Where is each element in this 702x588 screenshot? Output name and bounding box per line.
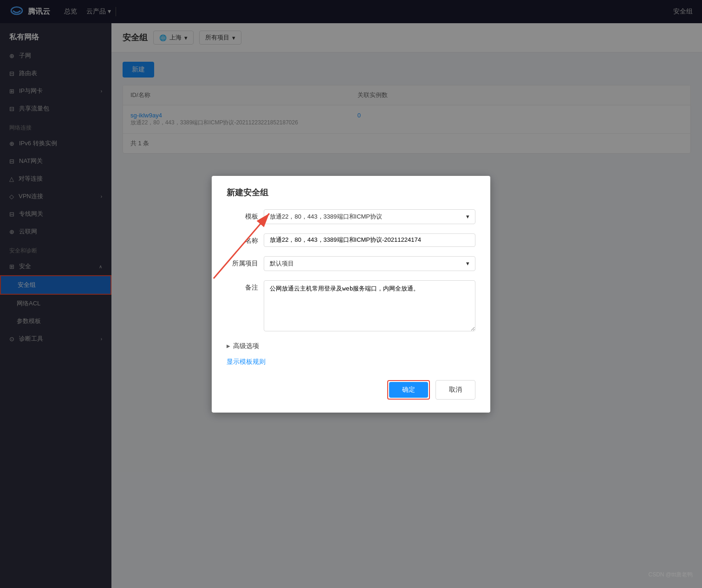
remark-field-row: 备注	[227, 280, 475, 333]
project-dropdown-icon: ▾	[466, 260, 469, 267]
show-template-rules-link[interactable]: 显示模板规则	[227, 358, 266, 366]
main-layout: 私有网络 ⊕ 子网 ⊟ 路由表 ⊞ IP与网卡 › ⊟ 共享流量包 网络连接 ⊕…	[0, 23, 702, 588]
template-field-row: 模板 放通22，80，443，3389端口和ICMP协议 ▾	[227, 209, 475, 224]
template-select[interactable]: 放通22，80，443，3389端口和ICMP协议 ▾	[264, 209, 475, 224]
remark-textarea[interactable]	[264, 280, 475, 331]
template-label: 模板	[227, 209, 264, 221]
cancel-button[interactable]: 取消	[436, 380, 475, 400]
template-dropdown-icon: ▾	[466, 213, 469, 220]
advanced-options-toggle[interactable]: ▶ 高级选项	[227, 342, 475, 350]
name-field-row: 名称	[227, 233, 475, 247]
template-select-value: 放通22，80，443，3389端口和ICMP协议	[270, 213, 382, 221]
advanced-chevron-icon: ▶	[227, 343, 230, 349]
csdn-watermark: CSDN @ttt唐老鸭	[648, 571, 693, 579]
remark-label: 备注	[227, 280, 264, 292]
project-label: 所属项目	[227, 256, 264, 268]
modal-overlay[interactable]: 新建安全组 模板 放通22，80，443，3389端口和ICMP协议 ▾ 名称	[111, 23, 702, 588]
name-label: 名称	[227, 233, 264, 245]
advanced-label: 高级选项	[233, 342, 259, 350]
confirm-button-wrapper: 确定	[387, 380, 430, 400]
project-field-row: 所属项目 默认项目 ▾	[227, 256, 475, 271]
project-select[interactable]: 默认项目 ▾	[264, 256, 475, 271]
show-template-link-wrapper: 显示模板规则	[227, 358, 475, 375]
modal-footer: 确定 取消	[227, 380, 475, 400]
template-select-wrapper: 放通22，80，443，3389端口和ICMP协议 ▾	[264, 209, 475, 224]
project-select-value: 默认项目	[270, 259, 294, 268]
name-input[interactable]	[264, 233, 475, 247]
confirm-button[interactable]: 确定	[389, 382, 428, 398]
remark-textarea-wrapper	[264, 280, 475, 333]
project-select-wrapper: 默认项目 ▾	[264, 256, 475, 271]
main-content: 安全组 🌐 上海 ▾ 所有项目 ▾ 新建 ID/名称 关联实例数	[111, 23, 702, 588]
new-security-group-modal: 新建安全组 模板 放通22，80，443，3389端口和ICMP协议 ▾ 名称	[212, 176, 490, 413]
name-input-wrapper	[264, 233, 475, 247]
modal-title: 新建安全组	[227, 187, 475, 198]
